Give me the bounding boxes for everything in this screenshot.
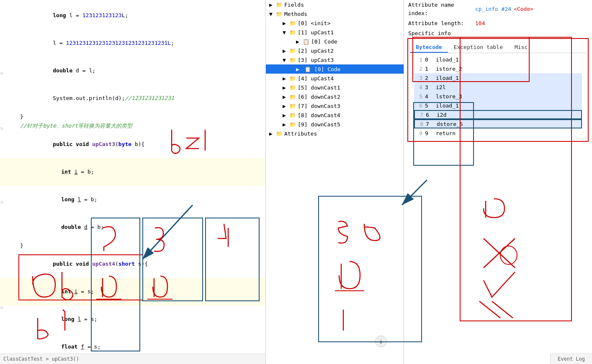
attr-name-row: Attribute name index: cp_info #24 <Code>: [404, 0, 592, 18]
tree-item-upcast1-code[interactable]: ▶ 📋 [0] Code: [266, 37, 404, 46]
attr-name-cpinfo: cp_info #24: [475, 5, 511, 13]
attr-length-row: Attribute length: 104: [404, 18, 592, 28]
code-editor-panel: long l = 123123123123L; l = 123123123123…: [0, 0, 266, 364]
code-line-12: int i = s;: [0, 278, 265, 305]
event-log-button[interactable]: Event Log: [550, 354, 592, 364]
tree-item-downcast1[interactable]: ▶ 📁 [5] downCast1: [266, 83, 404, 92]
expand-arrow-dc3: ▶: [283, 103, 289, 109]
tabs-row: Bytecode Exception table Misc: [410, 42, 586, 53]
tree-item-upcast1[interactable]: ▼ 📁 [1] upCast1: [266, 28, 404, 37]
tab-misc[interactable]: Misc: [509, 42, 533, 53]
expand-arrow-attributes: ▶: [269, 131, 276, 137]
code-line-13: long l = s;: [0, 305, 265, 333]
bc-row-6: 7 6 i2d: [414, 110, 582, 119]
tree-item-init[interactable]: ▶ 📁 [0] <init>: [266, 18, 404, 28]
attr-name-label: Attribute name index:: [408, 1, 475, 18]
code-line-2: l = 1231231231231231231231231231231L;: [0, 29, 265, 57]
tree-item-upcast2[interactable]: ▶ 📁 [2] upCast2: [266, 46, 404, 55]
breadcrumb-text: ClassCastTest > upCast3(): [3, 356, 79, 362]
tree-item-methods[interactable]: ▼ 📁 Methods: [266, 9, 404, 18]
tree-panel: ▶ 📁 Fields ▼ 📁 Methods ▶ 📁 [0] <init> ▼ …: [266, 0, 404, 364]
expand-arrow-uc3code: ▶: [296, 66, 303, 72]
code-line-6: public void upCast3(byte b){: [0, 131, 265, 158]
main-layout: long l = 123123123123L; l = 123123123123…: [0, 0, 592, 364]
add-button[interactable]: +: [375, 336, 387, 347]
specific-info-box: Bytecode Exception table Misc 1 0 iload_…: [407, 38, 589, 142]
fold-arrow-1[interactable]: ▷: [1, 70, 4, 76]
tree-item-downcast5[interactable]: ▶ 📁 [9] downCast5: [266, 120, 404, 129]
fold-arrow-4[interactable]: ▷: [1, 305, 4, 310]
bc-row-3: 4 3 i2l: [414, 82, 582, 92]
code-line-7: int i = b;: [0, 158, 265, 186]
bc-row-7: 8 7 dstore_5: [414, 119, 582, 128]
expand-arrow-upcast2: ▶: [283, 48, 289, 54]
code-line-9: double d = b;: [0, 213, 265, 241]
code-line-4: System.out.println(d);//1231231231231: [0, 85, 265, 112]
attr-length-label: Attribute length:: [408, 19, 475, 28]
bc-row-2: 3 2 iload_1: [414, 73, 582, 82]
expand-arrow-fields: ▶: [269, 2, 276, 8]
expand-arrow-methods: ▼: [269, 11, 276, 17]
code-line-10: }: [0, 241, 265, 250]
code-line-comment1: //针对于byte、short等转换为容量大的类型: [0, 121, 265, 131]
tree-container: ▶ 📁 Fields ▼ 📁 Methods ▶ 📁 [0] <init> ▼ …: [266, 0, 404, 138]
expand-arrow-dc2: ▶: [283, 94, 289, 100]
fold-arrow-2[interactable]: ▷: [1, 126, 4, 131]
tree-item-downcast3[interactable]: ▶ 📁 [7] downCast3: [266, 101, 404, 110]
breadcrumb-bar: ClassCastTest > upCast3(): [0, 354, 266, 364]
tree-item-attributes[interactable]: ▶ 📁 Attributes: [266, 129, 404, 138]
expand-arrow-upcast4: ▶: [283, 75, 289, 82]
bc-row-1: 2 1 istore_2: [414, 64, 582, 73]
attr-name-code: <Code>: [514, 5, 533, 13]
code-line-1: long l = 123123123123L;: [0, 2, 265, 29]
specific-info-label: Specific info: [404, 28, 592, 38]
code-line-8: long l = b;: [0, 186, 265, 213]
fold-arrow-3[interactable]: ▷: [1, 199, 4, 205]
expand-arrow-dc1: ▶: [283, 85, 289, 91]
code-line-11: public void upCast4(short s){: [0, 250, 265, 278]
expand-arrow-upcast3: ▼: [283, 57, 289, 63]
tree-item-upcast4[interactable]: ▶ 📁 [4] upCast4: [266, 74, 404, 83]
tree-item-upcast3[interactable]: ▼ 📁 [3] upCast3: [266, 55, 404, 64]
attr-length-value: 104: [475, 19, 485, 28]
tab-exception-table[interactable]: Exception table: [448, 42, 509, 53]
bc-row-5: 6 5 iload_1: [414, 101, 582, 110]
code-line-5: }: [0, 112, 265, 121]
tab-bytecode[interactable]: Bytecode: [410, 42, 448, 53]
expand-arrow-uc1code: ▶: [296, 38, 303, 45]
bc-row-4: 5 4 lstore_3: [414, 92, 582, 101]
tree-item-upcast3-code[interactable]: ▶ 📋 [0] Code: [266, 64, 404, 74]
expand-arrow-dc5: ▶: [283, 121, 289, 128]
tree-item-downcast4[interactable]: ▶ 📁 [8] downCast4: [266, 110, 404, 120]
expand-arrow-upcast1: ▼: [283, 29, 289, 36]
bytecode-area: 1 0 iload_1 2 1 istore_2 3 2 iload_1 4 3: [410, 53, 586, 139]
bc-row-0: 1 0 iload_1: [414, 55, 582, 64]
right-panel: Attribute name index: cp_info #24 <Code>…: [404, 0, 592, 364]
bc-row-8: 9 9 return: [414, 128, 582, 138]
code-line-3: double d = l;: [0, 57, 265, 85]
tree-item-downcast2[interactable]: ▶ 📁 [6] downCast2: [266, 92, 404, 101]
tree-item-fields[interactable]: ▶ 📁 Fields: [266, 0, 404, 9]
expand-arrow-dc4: ▶: [283, 112, 289, 118]
event-log-label: Event Log: [558, 356, 585, 362]
expand-arrow-init: ▶: [283, 20, 289, 26]
